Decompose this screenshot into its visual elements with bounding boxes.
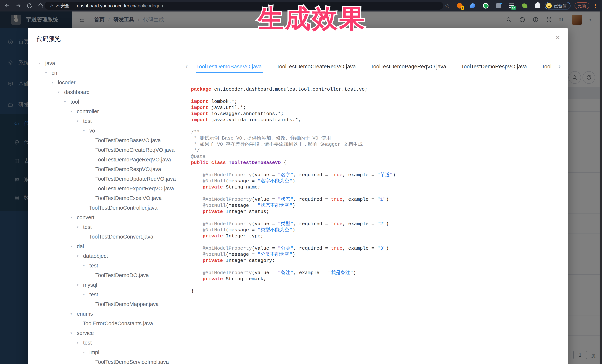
code-line	[191, 123, 563, 129]
forward-icon[interactable]	[15, 3, 22, 9]
file-tab-1[interactable]: ToolTestDemoCreateReqVO.java	[277, 61, 356, 73]
code-line: @ApiModelProperty(value = "名字", required…	[191, 172, 563, 178]
caret-down-icon[interactable]: ▾	[70, 312, 77, 316]
tree-folder[interactable]: ▾test	[28, 261, 188, 270]
extension-leaf-icon[interactable]	[522, 3, 528, 9]
caret-down-icon[interactable]: ▾	[70, 110, 77, 114]
file-tab-3[interactable]: ToolTestDemoRespVO.java	[461, 61, 527, 73]
extension-pin-icon[interactable]	[470, 3, 476, 9]
tabs-scroll-right-icon[interactable]: ›	[558, 62, 561, 70]
back-icon[interactable]	[4, 3, 11, 9]
tabs-scroll-left-icon[interactable]: ‹	[185, 62, 188, 70]
tree-file[interactable]: ToolTestDemoDO.java	[28, 270, 188, 280]
code-line: import javax.validation.constraints.*;	[191, 117, 563, 123]
code-line: import java.util.*;	[191, 105, 563, 111]
tree-folder[interactable]: ▾vo	[28, 126, 188, 135]
tree-folder[interactable]: ▾test	[28, 116, 188, 126]
tree-file[interactable]: ToolTestDemoServiceImpl.java	[28, 357, 188, 364]
file-tab-2[interactable]: ToolTestDemoPageReqVO.java	[371, 61, 446, 73]
tree-node-label: test	[83, 340, 92, 346]
code-line: package cn.iocoder.dashboard.modules.too…	[191, 86, 563, 93]
code-line: * 如果子 VO 存在差异的字段，请不要添加到这里，影响 Swagger 文档生…	[191, 141, 563, 147]
tab-bar: ToolTestDemoBaseVO.javaToolTestDemoCreat…	[196, 61, 552, 73]
close-icon[interactable]: ✕	[555, 34, 560, 41]
tree-node-label: test	[83, 118, 92, 124]
code-line: }	[191, 288, 563, 294]
extension-orange-icon[interactable]: 1	[457, 3, 463, 9]
extension-white-puzzle-icon[interactable]	[535, 3, 541, 9]
tree-file[interactable]: ToolTestDemoCreateReqVO.java	[28, 145, 188, 155]
paused-profile-button[interactable]: 已暂停	[545, 2, 570, 10]
tree-folder[interactable]: ▾dataobject	[28, 251, 188, 261]
tree-file[interactable]: ToolTestDemoMapper.java	[28, 299, 188, 309]
caret-down-icon[interactable]: ▾	[77, 283, 83, 287]
extension-green-icon[interactable]	[483, 3, 489, 9]
tree-node-label: test	[89, 291, 98, 298]
tree-file[interactable]: ToolTestDemoExcelVO.java	[28, 193, 188, 203]
tree-node-label: ToolErrorCodeConstants.java	[83, 321, 153, 327]
tree-node-label: mysql	[83, 282, 97, 288]
tree-folder[interactable]: ▾dashboard	[28, 87, 188, 97]
tree-folder[interactable]: ▾convert	[28, 213, 188, 222]
warning-icon: ⚠	[50, 3, 54, 8]
caret-down-icon[interactable]: ▾	[77, 254, 83, 258]
tree-folder[interactable]: ▾service	[28, 328, 188, 338]
caret-down-icon[interactable]: ▾	[83, 264, 89, 268]
code-line: @ApiModelProperty(value = "分类", required…	[191, 245, 563, 251]
tree-folder[interactable]: ▾test	[28, 290, 188, 299]
caret-down-icon[interactable]: ▾	[39, 61, 45, 65]
browser-update-button[interactable]: 更新	[575, 2, 589, 9]
bookmark-star-icon[interactable]: ☆	[445, 2, 450, 9]
caret-down-icon[interactable]: ▾	[83, 129, 89, 133]
tree-folder[interactable]: ▾tool	[28, 97, 188, 107]
browser-menu-icon[interactable]: ⋮	[593, 2, 598, 9]
caret-down-icon[interactable]: ▾	[83, 293, 89, 297]
tree-folder[interactable]: ▾iocoder	[28, 78, 188, 87]
caret-down-icon[interactable]: ▾	[70, 216, 77, 219]
code-line: * 测试示例 Base VO，提供给添加、修改、详细的子 VO 使用	[191, 135, 563, 141]
tree-node-label: convert	[77, 214, 94, 220]
caret-down-icon[interactable]: ▾	[70, 331, 77, 335]
tree-folder[interactable]: ▾test	[28, 222, 188, 232]
caret-down-icon[interactable]: ▾	[45, 71, 52, 75]
url-bar[interactable]: ⚠ 不安全 dashboard.yudao.iocoder.cn /tool/c…	[44, 2, 443, 10]
tree-folder[interactable]: ▾java	[28, 58, 188, 68]
tree-node-label: ToolTestDemoDO.java	[95, 272, 149, 278]
file-tab-4[interactable]: ToolTestDemoUpdateReqVO.java	[542, 61, 552, 73]
tree-folder[interactable]: ▾mysql	[28, 280, 188, 290]
tree-file[interactable]: ToolTestDemoController.java	[28, 203, 188, 213]
tree-file[interactable]: ToolTestDemoConvert.java	[28, 232, 188, 241]
reload-icon[interactable]	[26, 3, 33, 9]
extension-puzzle-icon[interactable]	[495, 3, 502, 9]
caret-down-icon[interactable]: ▾	[64, 100, 70, 104]
tree-file[interactable]: ToolTestDemoUpdateReqVO.java	[28, 174, 188, 184]
file-tree: ▾java▾cn▾iocoder▾dashboard▾tool▾controll…	[28, 58, 188, 364]
caret-down-icon[interactable]: ▾	[83, 351, 89, 354]
code-line: private Integer status;	[191, 209, 563, 215]
caret-down-icon[interactable]: ▾	[77, 225, 83, 229]
update-label: 更新	[578, 3, 586, 9]
code-line: public class ToolTestDemoBaseVO {	[191, 160, 563, 166]
tree-node-label: test	[83, 224, 92, 230]
tree-file[interactable]: ToolTestDemoRespVO.java	[28, 164, 188, 174]
tree-folder[interactable]: ▾dal	[28, 241, 188, 251]
tree-folder[interactable]: ▾impl	[28, 347, 188, 357]
caret-down-icon[interactable]: ▾	[77, 341, 83, 345]
tree-file[interactable]: ToolTestDemoPageReqVO.java	[28, 155, 188, 164]
tree-file[interactable]: ToolErrorCodeConstants.java	[28, 319, 188, 328]
tree-folder[interactable]: ▾controller	[28, 107, 188, 116]
home-icon[interactable]	[37, 3, 44, 9]
caret-down-icon[interactable]: ▾	[58, 90, 64, 94]
file-tab-0[interactable]: ToolTestDemoBaseVO.java	[196, 61, 262, 73]
tree-node-label: dataobject	[83, 253, 108, 259]
caret-down-icon[interactable]: ▾	[52, 81, 58, 84]
tree-file[interactable]: ToolTestDemoBaseVO.java	[28, 135, 188, 145]
caret-down-icon[interactable]: ▾	[70, 244, 77, 248]
tree-folder[interactable]: ▾test	[28, 338, 188, 347]
tree-node-label: iocoder	[58, 80, 75, 86]
tree-file[interactable]: ToolTestDemoExportReqVO.java	[28, 184, 188, 193]
extension-list-icon[interactable]: on	[508, 3, 515, 9]
tree-folder[interactable]: ▾enums	[28, 309, 188, 319]
caret-down-icon[interactable]: ▾	[77, 119, 83, 123]
tree-folder[interactable]: ▾cn	[28, 68, 188, 78]
